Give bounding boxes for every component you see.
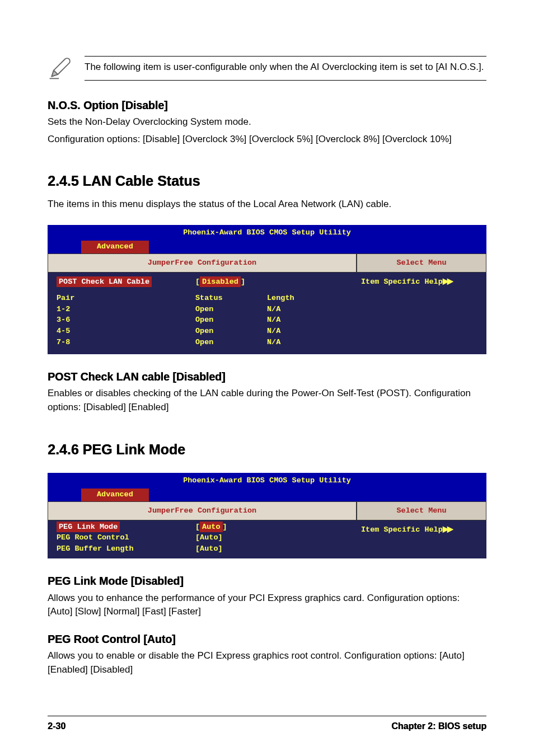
bios-cell: 7-8 bbox=[54, 337, 193, 348]
bios-cell: Open bbox=[193, 314, 265, 326]
heading-post-check-lan: POST Check LAN cable [Disabled] bbox=[48, 369, 486, 384]
bios-col-status: Status bbox=[193, 293, 265, 304]
bios-cell: Open bbox=[193, 337, 265, 348]
bios-right-heading: Select Menu bbox=[357, 253, 486, 273]
note-body: The following item is user-configurable … bbox=[85, 62, 484, 72]
paragraph: The items in this menu displays the stat… bbox=[48, 198, 486, 212]
bios-cell: 1-2 bbox=[54, 304, 193, 315]
chapter-label: Chapter 2: BIOS setup bbox=[391, 720, 486, 732]
help-arrows-icon: ▶▶ bbox=[443, 525, 452, 533]
bios-selected-value: Disabled bbox=[200, 276, 241, 288]
bios-cell: 4-5 bbox=[54, 326, 193, 337]
bios-cell: 3-6 bbox=[54, 314, 193, 326]
bios-cell: N/A bbox=[265, 326, 350, 337]
bios-selected-value: Auto bbox=[200, 522, 222, 533]
bios-left-heading: JumperFree Configuration bbox=[48, 501, 357, 520]
note-callout: The following item is user-configurable … bbox=[48, 56, 486, 85]
bios-col-length: Length bbox=[265, 293, 350, 304]
help-arrows-icon: ▶▶ bbox=[443, 277, 452, 285]
paragraph: Sets the Non-Delay Overclocking System m… bbox=[48, 115, 486, 129]
bios-cell: N/A bbox=[265, 337, 350, 348]
bios-tab-advanced: Advanced bbox=[81, 241, 149, 254]
bios-selected-item: POST Check LAN Cable bbox=[57, 276, 152, 288]
paragraph: Enables or disables checking of the LAN … bbox=[48, 387, 486, 414]
bios-help-text: Item Specific Help▶▶ bbox=[357, 520, 486, 539]
page-footer: 2-30 Chapter 2: BIOS setup bbox=[48, 716, 486, 732]
paragraph: Configuration options: [Disable] [Overcl… bbox=[48, 133, 486, 147]
bios-cell: Open bbox=[193, 304, 265, 315]
bios-screenshot-peg: Phoenix-Award BIOS CMOS Setup Utility Ad… bbox=[48, 473, 486, 558]
bios-col-pair: Pair bbox=[54, 293, 193, 304]
bios-cell: N/A bbox=[265, 304, 350, 315]
bios-title: Phoenix-Award BIOS CMOS Setup Utility bbox=[48, 473, 486, 489]
bios-left-heading: JumperFree Configuration bbox=[48, 253, 357, 273]
bios-title: Phoenix-Award BIOS CMOS Setup Utility bbox=[48, 225, 486, 241]
bios-cell: PEG Root Control bbox=[54, 532, 193, 543]
heading-peg-link-mode: PEG Link Mode [Disabled] bbox=[48, 573, 486, 589]
bios-help-text: Item Specific Help▶▶ bbox=[357, 273, 486, 291]
bios-cell: [Auto] bbox=[193, 543, 265, 555]
pencil-note-icon bbox=[48, 56, 72, 85]
note-text: The following item is user-configurable … bbox=[85, 56, 486, 81]
bios-right-heading: Select Menu bbox=[357, 501, 486, 520]
bios-tab-bar: Advanced bbox=[48, 489, 486, 502]
paragraph: Allows you to enhance the performance of… bbox=[48, 591, 486, 619]
bios-cell: N/A bbox=[265, 314, 350, 326]
bios-tab-advanced: Advanced bbox=[81, 489, 149, 502]
bios-tab-bar: Advanced bbox=[48, 241, 486, 254]
section-heading-246: 2.4.6 PEG Link Mode bbox=[48, 439, 486, 459]
heading-peg-root-control: PEG Root Control [Auto] bbox=[48, 631, 486, 647]
heading-nos-option: N.O.S. Option [Disable] bbox=[48, 97, 486, 113]
paragraph: Allows you to enable or disable the PCI … bbox=[48, 649, 486, 677]
bios-screenshot-lan: Phoenix-Award BIOS CMOS Setup Utility Ad… bbox=[48, 225, 486, 354]
bios-cell: Open bbox=[193, 326, 265, 337]
section-heading-245: 2.4.5 LAN Cable Status bbox=[48, 171, 486, 191]
bios-cell: PEG Buffer Length bbox=[54, 543, 193, 555]
page-number: 2-30 bbox=[48, 720, 65, 732]
bios-cell: [Auto] bbox=[193, 532, 265, 543]
bios-selected-item: PEG Link Mode bbox=[57, 522, 120, 533]
